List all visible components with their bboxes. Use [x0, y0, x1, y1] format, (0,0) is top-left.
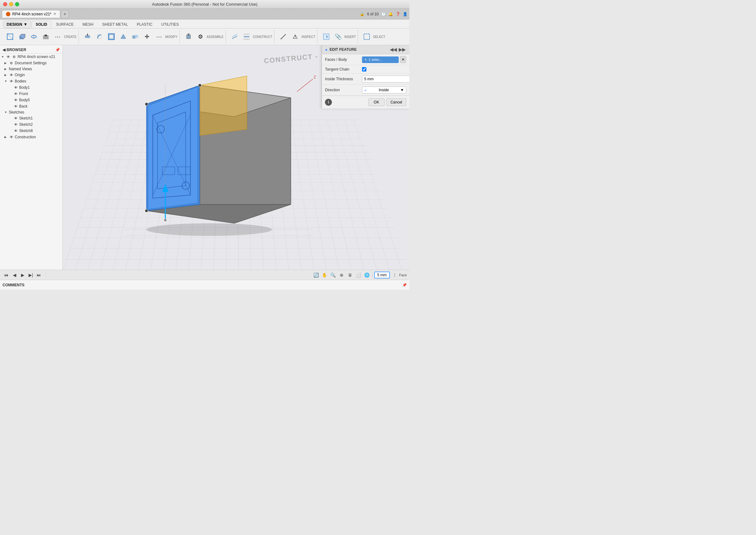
extrude-btn[interactable] — [16, 32, 28, 42]
main-tab[interactable]: RPi4 4inch screen v21* ✕ — [2, 10, 60, 18]
measurement-options-btn[interactable]: ⋮ — [391, 271, 398, 279]
sidebar-item-sketches[interactable]: ▼Sketches — [0, 109, 62, 115]
eye-icon[interactable]: 👁 — [6, 54, 11, 59]
display-mode-btn[interactable]: 🖥 — [346, 271, 354, 279]
help-icon[interactable]: ❓ — [395, 12, 400, 16]
inside-thickness-input[interactable] — [362, 75, 409, 82]
panel-expand-btn[interactable]: ▶▶ — [398, 47, 406, 52]
shell-btn[interactable] — [106, 32, 117, 42]
skip-start-btn[interactable]: ⏮ — [3, 271, 10, 279]
info-button[interactable]: i — [325, 99, 332, 106]
tangent-chain-checkbox[interactable] — [362, 67, 366, 71]
create-sketch-btn[interactable] — [4, 32, 16, 42]
sidebar-item-sketch8[interactable]: 👁Sketch8 — [0, 127, 62, 134]
sidebar-item-bodies[interactable]: ▼👁Bodies — [0, 78, 62, 84]
minimize-button[interactable] — [9, 2, 13, 6]
eye-icon[interactable]: 👁 — [13, 91, 18, 96]
interference-btn[interactable]: ⚠ — [290, 32, 301, 42]
hole-btn[interactable] — [40, 32, 51, 42]
ok-button[interactable]: OK — [368, 99, 384, 106]
sidebar-item-origin[interactable]: ▶👁Origin — [0, 72, 62, 78]
gear-icon[interactable]: ⚙ — [9, 61, 14, 66]
eye-icon[interactable]: 👁 — [13, 104, 18, 109]
zoom-btn[interactable]: ⊕ — [338, 271, 345, 279]
pin-icon[interactable]: 📌 — [55, 48, 60, 52]
eye-icon[interactable]: 👁 — [9, 79, 14, 84]
panel-prev-btn[interactable]: ◀◀ — [389, 47, 397, 52]
sidebar-item-rpi4-4inch-screen-v21[interactable]: ▼👁⚙RPi4 4inch screen v21 — [0, 54, 62, 60]
tab-utilities[interactable]: UTILITIES — [157, 21, 183, 28]
faces-body-select-btn[interactable]: ↖ 1 selec... — [362, 56, 399, 63]
sidebar-item-construction[interactable]: ▶👁Construction — [0, 134, 62, 140]
construct-label: CONSTRUCT — [253, 35, 273, 39]
cancel-button[interactable]: Cancel — [387, 99, 406, 106]
eye-icon[interactable]: 👁 — [9, 134, 14, 140]
sidebar-item-document-settings[interactable]: ▶⚙Document Settings — [0, 60, 62, 66]
environment-btn[interactable]: 🌐 — [363, 271, 371, 279]
eye-icon[interactable]: 👁 — [13, 122, 18, 127]
new-tab-button[interactable]: + — [61, 10, 69, 18]
fillet-btn[interactable] — [94, 32, 105, 42]
more-create-btn[interactable]: ⋯ — [52, 32, 63, 42]
comments-expand-btn[interactable]: 📌 — [402, 283, 407, 287]
gear-icon[interactable]: ⚙ — [12, 54, 16, 59]
insert-mesh-btn[interactable]: 📎 — [333, 32, 344, 42]
sidebar-item-front[interactable]: 👁Front — [0, 91, 62, 97]
new-component-btn[interactable] — [183, 32, 194, 42]
viewport[interactable]: CONSTRUCT - — [63, 45, 409, 270]
press-pull-btn[interactable] — [82, 32, 93, 42]
measure-btn[interactable] — [277, 32, 289, 42]
tab-surface[interactable]: SURFACE — [52, 21, 78, 28]
midplane-btn[interactable] — [241, 32, 252, 42]
eye-icon[interactable]: 👁 — [13, 128, 18, 133]
design-arrow: ▼ — [23, 22, 28, 27]
more-modify-btn[interactable]: ⋯ — [153, 32, 165, 42]
tab-sheet-metal[interactable]: SHEET METAL — [98, 21, 132, 28]
svg-marker-14 — [121, 34, 126, 39]
sidebar-item-named-views[interactable]: ▶Named Views — [0, 66, 62, 72]
sidebar-item-sketch2[interactable]: 👁Sketch2 — [0, 121, 62, 127]
design-button[interactable]: DESIGN ▼ — [3, 20, 31, 28]
fillet-icon — [95, 32, 104, 41]
draft-btn[interactable] — [118, 32, 129, 42]
tab-mesh[interactable]: MESH — [78, 21, 98, 28]
tab-plastic[interactable]: PLASTIC — [133, 21, 157, 28]
eye-icon[interactable]: 👁 — [13, 116, 18, 121]
measurement-display[interactable]: 5 mm — [374, 271, 390, 278]
inside-thickness-row: Inside Thickness — [322, 74, 409, 85]
tab-close-icon[interactable]: ✕ — [53, 12, 56, 16]
pan-btn[interactable]: ✋ — [321, 271, 329, 279]
insert-canvas-btn[interactable] — [321, 32, 332, 42]
combine-btn[interactable] — [130, 32, 141, 42]
tab-solid[interactable]: SOLID — [32, 21, 51, 28]
sidebar-item-sketch1[interactable]: 👁Sketch1 — [0, 115, 62, 121]
visual-style-btn[interactable]: ⬜ — [355, 271, 362, 279]
move-copy-btn[interactable]: ✛ — [141, 32, 153, 42]
sidebar-item-back[interactable]: 👁Back — [0, 103, 62, 109]
eye-icon[interactable]: 👁 — [9, 72, 14, 77]
zoom-fit-btn[interactable]: 🔍 — [329, 271, 337, 279]
offset-plane-btn[interactable] — [229, 32, 240, 42]
tangent-chain-label: Tangent Chain — [325, 67, 360, 71]
close-button[interactable] — [3, 2, 7, 6]
assemble-joint-btn[interactable]: ⚙ — [195, 32, 206, 42]
revolve-btn[interactable] — [28, 32, 40, 42]
select-btn[interactable] — [361, 32, 372, 42]
play-btn[interactable]: ▶ — [19, 271, 26, 279]
tree-arrow: ▶ — [4, 135, 9, 139]
skip-end-btn[interactable]: ⏭ — [35, 271, 43, 279]
sidebar-item-body1[interactable]: 👁Body1 — [0, 84, 62, 91]
status-bar: ⏮ ◀ ▶ ▶| ⏭ 🔄 ✋ 🔍 ⊕ 🖥 ⬜ 🌐 5 mm ⋮ Face — [0, 270, 409, 280]
eye-icon[interactable]: 👁 — [13, 98, 18, 102]
panel-navigation: ◀◀ ▶▶ — [389, 47, 406, 52]
eye-icon[interactable]: 👁 — [13, 85, 18, 90]
sidebar-collapse-btn[interactable]: ◀ — [3, 48, 5, 52]
profile-icon[interactable]: 👤 — [403, 12, 407, 16]
sidebar-item-body5[interactable]: 👁Body5 — [0, 97, 62, 103]
direction-dropdown[interactable]: ↙ Inside ▼ — [362, 87, 406, 94]
next-frame-btn[interactable]: ▶| — [27, 271, 35, 279]
orbit-btn[interactable]: 🔄 — [312, 271, 320, 279]
prev-btn[interactable]: ◀ — [11, 271, 18, 279]
maximize-button[interactable] — [15, 2, 19, 6]
faces-body-clear-btn[interactable]: ✕ — [400, 56, 406, 63]
